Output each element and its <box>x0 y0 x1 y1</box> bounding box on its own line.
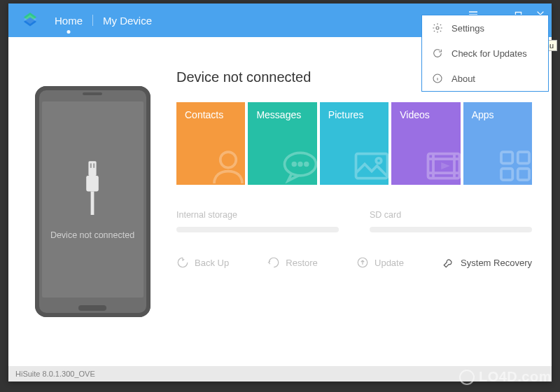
restore-icon <box>267 256 280 269</box>
menu-item-settings[interactable]: Settings <box>422 15 548 41</box>
svg-rect-6 <box>86 176 99 191</box>
gear-icon <box>432 22 443 34</box>
connection-status-title: Device not connected <box>176 69 311 85</box>
action-backup[interactable]: Back Up <box>176 256 229 269</box>
action-label: System Recovery <box>461 258 532 268</box>
menu-item-label: Settings <box>451 23 484 34</box>
tab-home[interactable]: Home <box>49 15 88 27</box>
action-restore[interactable]: Restore <box>267 256 318 269</box>
phone-home-button <box>78 305 106 311</box>
svg-rect-7 <box>91 191 94 215</box>
action-label: Update <box>374 258 404 268</box>
statusbar: HiSuite 8.0.1.300_OVE <box>8 366 552 382</box>
contacts-icon <box>207 145 245 185</box>
storage-row: Internal storage SD card <box>176 210 532 232</box>
backup-icon <box>176 256 189 269</box>
sd-storage-label: SD card <box>370 210 532 220</box>
phone-illustration: Device not connected <box>35 86 150 317</box>
refresh-icon <box>432 48 443 59</box>
menu-item-label: About <box>451 74 475 84</box>
tile-label: Pictures <box>328 109 364 120</box>
device-preview-pane: Device not connected <box>8 37 176 366</box>
wrench-icon <box>442 256 455 269</box>
svg-point-14 <box>376 158 382 164</box>
phone-earpiece <box>83 92 102 95</box>
svg-point-10 <box>293 163 295 166</box>
sd-storage-block: SD card <box>370 210 532 232</box>
svg-rect-19 <box>518 169 529 180</box>
menu-item-check-updates[interactable]: Check for Updates <box>422 41 548 66</box>
menu-item-about[interactable]: About <box>422 66 548 91</box>
version-text: HiSuite 8.0.1.300_OVE <box>15 370 95 378</box>
svg-point-8 <box>220 152 237 168</box>
svg-rect-4 <box>90 163 92 167</box>
sd-storage-bar <box>370 227 532 232</box>
tab-separator <box>92 15 93 26</box>
tab-my-device[interactable]: My Device <box>97 15 158 27</box>
action-label: Restore <box>286 258 318 268</box>
internal-storage-bar <box>176 227 339 232</box>
messages-icon <box>279 145 317 185</box>
app-window: Home My Device enu Se <box>8 4 552 382</box>
apps-icon <box>494 145 532 185</box>
menu-item-label: Check for Updates <box>451 48 527 59</box>
tile-pictures[interactable]: Pictures <box>320 102 388 185</box>
usb-plug-icon <box>78 159 106 215</box>
videos-icon <box>423 145 461 185</box>
svg-rect-3 <box>88 161 96 176</box>
tile-label: Videos <box>400 109 430 120</box>
actions-row: Back Up Restore Update System Recovery <box>176 256 532 269</box>
svg-point-11 <box>299 163 302 166</box>
action-system-recovery[interactable]: System Recovery <box>442 256 532 269</box>
category-tiles: Contacts Messages Pictures <box>176 102 532 185</box>
pictures-icon <box>351 145 388 185</box>
svg-rect-17 <box>518 152 529 163</box>
tile-label: Messages <box>256 109 301 120</box>
svg-rect-13 <box>356 154 388 178</box>
phone-status-text: Device not connected <box>50 230 134 240</box>
update-icon <box>356 256 369 269</box>
tile-videos[interactable]: Videos <box>391 102 460 185</box>
svg-rect-18 <box>501 169 512 180</box>
phone-screen: Device not connected <box>42 102 144 298</box>
tile-label: Contacts <box>185 109 223 120</box>
tile-messages[interactable]: Messages <box>248 102 316 185</box>
tile-contacts[interactable]: Contacts <box>176 102 245 185</box>
action-label: Back Up <box>195 258 229 268</box>
header-tabs: Home My Device <box>49 15 158 27</box>
main-menu-dropdown: Settings Check for Updates About <box>421 15 549 92</box>
svg-rect-16 <box>501 152 512 163</box>
tile-apps[interactable]: Apps <box>463 102 532 185</box>
app-logo-icon <box>21 11 39 29</box>
info-icon <box>432 73 443 84</box>
internal-storage-label: Internal storage <box>176 210 339 220</box>
internal-storage-block: Internal storage <box>176 210 339 232</box>
tile-label: Apps <box>472 109 494 120</box>
svg-rect-5 <box>93 163 94 167</box>
svg-point-1 <box>436 27 439 29</box>
action-update[interactable]: Update <box>356 256 404 269</box>
svg-point-12 <box>305 163 308 166</box>
